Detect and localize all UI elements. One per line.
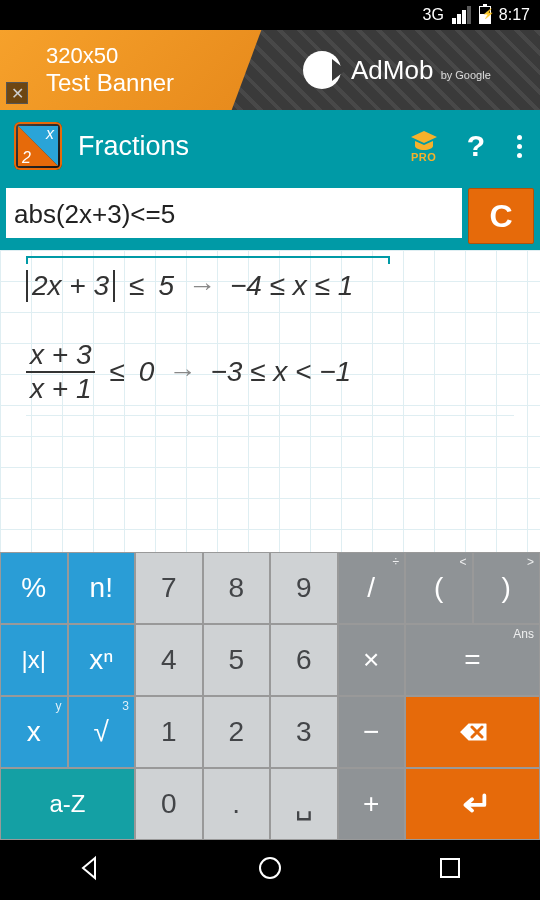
arrow-icon: → (168, 356, 196, 388)
svg-rect-1 (441, 859, 459, 877)
key-paren-open[interactable]: (< (406, 553, 472, 623)
overflow-menu-button[interactable] (513, 135, 526, 158)
backspace-icon (456, 719, 490, 745)
key-paren-close[interactable]: )> (474, 553, 540, 623)
svg-point-0 (260, 858, 280, 878)
key-x[interactable]: xy (1, 697, 67, 767)
arrow-icon: → (188, 270, 216, 302)
signal-icon (452, 6, 471, 24)
key-8[interactable]: 8 (204, 553, 270, 623)
key-3[interactable]: 3 (271, 697, 337, 767)
key-0[interactable]: 0 (136, 769, 202, 839)
key-equals[interactable]: =Ans (406, 625, 539, 695)
page-title: Fractions (78, 131, 393, 162)
key-4[interactable]: 4 (136, 625, 202, 695)
ad-close-button[interactable]: ✕ (6, 82, 28, 104)
fraction: x + 3 x + 1 (26, 339, 95, 405)
key-abs[interactable]: |x| (1, 625, 67, 695)
graduation-cap-icon (409, 129, 439, 151)
help-button[interactable]: ? (455, 129, 497, 163)
key-divide[interactable]: /÷ (339, 553, 405, 623)
pro-button[interactable]: PRO (409, 129, 439, 163)
result-row: x + 3 x + 1 ≤ 0 → −3 ≤ x < −1 (26, 339, 514, 416)
key-factorial[interactable]: n! (69, 553, 135, 623)
clock: 8:17 (499, 6, 530, 24)
key-7[interactable]: 7 (136, 553, 202, 623)
admob-logo-icon (303, 51, 341, 89)
key-6[interactable]: 6 (271, 625, 337, 695)
key-percent[interactable]: % (1, 553, 67, 623)
result-area[interactable]: 2x + 3 ≤ 5 → −4 ≤ x ≤ 1 x + 3 x + 1 ≤ 0 … (0, 250, 540, 552)
key-power[interactable]: xⁿ (69, 625, 135, 695)
key-backspace[interactable] (406, 697, 539, 767)
recents-button[interactable] (437, 855, 463, 885)
ad-line1: 320x50 (46, 43, 297, 69)
ad-right: AdMob by Google (297, 30, 540, 110)
key-dot[interactable]: . (204, 769, 270, 839)
key-minus[interactable]: − (339, 697, 405, 767)
ad-line2: Test Banner (46, 69, 297, 97)
android-status-bar: 3G ⚡ 8:17 (0, 0, 540, 30)
key-alpha[interactable]: a-Z (1, 769, 134, 839)
ad-brand: AdMob (351, 55, 433, 85)
home-button[interactable] (257, 855, 283, 885)
selection-bracket-icon (26, 256, 390, 264)
key-9[interactable]: 9 (271, 553, 337, 623)
key-2[interactable]: 2 (204, 697, 270, 767)
android-nav-bar (0, 840, 540, 900)
keypad: % n! 7 8 9 /÷ (< )> |x| xⁿ 4 5 6 × =Ans … (0, 552, 540, 840)
result-row: 2x + 3 ≤ 5 → −4 ≤ x ≤ 1 (26, 270, 514, 313)
expression-input-row: C (0, 182, 540, 250)
network-label: 3G (423, 6, 444, 24)
app-logo-icon[interactable]: x2 (14, 122, 62, 170)
key-1[interactable]: 1 (136, 697, 202, 767)
back-button[interactable] (77, 855, 103, 885)
key-enter[interactable] (406, 769, 539, 839)
ad-left: 320x50 Test Banner (0, 30, 297, 110)
key-plus[interactable]: + (339, 769, 405, 839)
ad-by: by Google (441, 69, 491, 81)
expression-input[interactable] (6, 188, 462, 244)
key-5[interactable]: 5 (204, 625, 270, 695)
ad-banner[interactable]: ✕ 320x50 Test Banner AdMob by Google (0, 30, 540, 110)
app-bar: x2 Fractions PRO ? (0, 110, 540, 182)
battery-icon: ⚡ (479, 6, 491, 24)
key-multiply[interactable]: × (339, 625, 405, 695)
key-space[interactable]: ␣ (271, 769, 337, 839)
key-sqrt[interactable]: √3 (69, 697, 135, 767)
enter-icon (456, 791, 490, 817)
clear-button[interactable]: C (468, 188, 534, 244)
